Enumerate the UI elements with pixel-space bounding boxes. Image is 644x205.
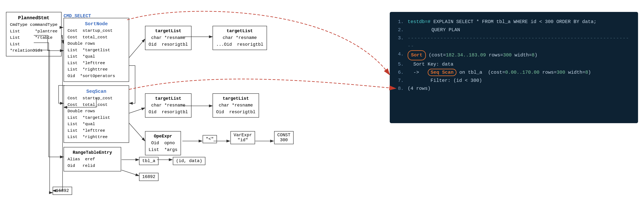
line-num-2: 2. bbox=[398, 26, 408, 34]
seqscan-f3: Double rows bbox=[68, 108, 125, 114]
sort-node-f6: List *lefttree bbox=[68, 60, 125, 66]
seqscan-f4: List *targetlist bbox=[68, 114, 125, 121]
sort-node-f4: List *targetlist bbox=[68, 47, 125, 54]
tl-seq1-f1: char *resname bbox=[148, 102, 188, 109]
const-label: CONST bbox=[277, 133, 290, 138]
sort-node-f7: List *righttree bbox=[68, 66, 125, 73]
planned-stmt-field-2: List *plantree bbox=[10, 28, 58, 35]
line-num-6: 6. bbox=[398, 68, 408, 77]
code-line-2: 2. QUERY PLAN bbox=[398, 26, 630, 34]
code-line-7: 7. Filter: (id < 300) bbox=[398, 77, 630, 85]
oid-16892-bottom-val: 16892 bbox=[56, 188, 69, 193]
tl-seq1-title: targetList bbox=[148, 95, 188, 102]
sort-node-f1: Cost startup_cost bbox=[68, 28, 125, 34]
tl-s2-f1: char *resname bbox=[216, 34, 264, 41]
line-content-4: Sort (cost=182.34..183.09 rows=300 width… bbox=[408, 50, 537, 60]
targetlist-sort-2: targetList char *resname ...Oid resorigt… bbox=[212, 26, 267, 50]
code-line-5: 5. Sort Key: data bbox=[398, 60, 630, 68]
line-num-5: 5. bbox=[398, 60, 408, 68]
tl-seq2-f1: char *resname bbox=[216, 102, 256, 109]
seqscan-f1: Cost startup_cost bbox=[68, 95, 125, 102]
tbla-box: tbl_a bbox=[139, 157, 158, 165]
line-content-1: testdb=# EXPLAIN SELECT * FROM tbl_a WHE… bbox=[408, 18, 596, 26]
seqscan-f2: Cost total_cost bbox=[68, 102, 125, 108]
tbla-label: tbl_a bbox=[142, 158, 155, 164]
rte-node: RangeTableEntry Alias eref Oid relid bbox=[64, 147, 121, 172]
targetlist-seq-1: targetList char *resname Oid resorigtbl bbox=[145, 93, 192, 118]
planned-stmt-field-1: CmdType commandType bbox=[10, 22, 58, 28]
line-content-2: QUERY PLAN bbox=[408, 26, 460, 34]
tl-seq1-f2: Oid resorigtbl bbox=[148, 109, 188, 116]
targetlist-seq-2: targetList char *resname Oid resorigtbl bbox=[212, 93, 259, 118]
seqscan-f5: List *qual bbox=[68, 121, 125, 128]
seqscan-highlight: Seq Scan bbox=[428, 69, 456, 76]
line-content-6: -> Seq Scan on tbl_a (cost=0.00..170.00 … bbox=[408, 68, 591, 77]
id-data-label: (id, data) bbox=[176, 158, 202, 164]
const-300-box: CONST 300 bbox=[274, 131, 294, 144]
code-line-8: 8. (4 rows) bbox=[398, 84, 630, 93]
ope-expr-f2: List *args bbox=[148, 146, 178, 153]
oid-16892-rte-val: 16892 bbox=[142, 174, 155, 180]
lt-symbol: "<" bbox=[206, 137, 214, 142]
sort-node-title: SortNode bbox=[68, 20, 125, 28]
tl-seq2-f2: Oid resorigtbl bbox=[216, 109, 256, 116]
tl-s2-title: targetList bbox=[216, 28, 264, 34]
ope-expr-title: OpeExpr bbox=[148, 133, 178, 140]
code-line-6: 6. -> Seq Scan on tbl_a (cost=0.00..170.… bbox=[398, 68, 630, 77]
seqscan-node: SeqScan Cost startup_cost Cost total_cos… bbox=[64, 86, 129, 143]
sort-node-f2: Cost total_cost bbox=[68, 34, 125, 41]
seqscan-f7: List *righttree bbox=[68, 134, 125, 140]
seqscan-f6: List *lefttree bbox=[68, 128, 125, 134]
line-num-8: 8. bbox=[398, 84, 408, 93]
tl-s1-title: targetList bbox=[148, 28, 188, 34]
code-line-1: 1. testdb=# EXPLAIN SELECT * FROM tbl_a … bbox=[398, 18, 630, 26]
var-expr-id: "id" bbox=[234, 138, 252, 143]
id-data-box: (id, data) bbox=[173, 157, 206, 165]
seqscan-title: SeqScan bbox=[68, 88, 125, 95]
ope-expr-f1: Oid opno bbox=[148, 140, 178, 146]
ope-expr-node: OpeExpr Oid opno List *args bbox=[145, 131, 181, 155]
line-content-3: ----------------------------------------… bbox=[408, 34, 630, 50]
diagram-area: PlannedStmt CmdType commandType List *pl… bbox=[0, 0, 378, 205]
tl-s1-f2: Oid resorigtbl bbox=[148, 41, 188, 48]
code-panel: 1. testdb=# EXPLAIN SELECT * FROM tbl_a … bbox=[390, 12, 638, 123]
sort-node-f5: List *qual bbox=[68, 54, 125, 60]
rte-title: RangeTableEntry bbox=[68, 150, 117, 156]
rte-f2: Oid relid bbox=[68, 163, 117, 169]
sort-node-f3: Double rows bbox=[68, 40, 125, 47]
code-line-4: 4. Sort (cost=182.34..183.09 rows=300 wi… bbox=[398, 50, 630, 60]
code-line-3: 3. -------------------------------------… bbox=[398, 34, 630, 50]
oid-16892-rte: 16892 bbox=[139, 173, 158, 181]
rte-f1: Alias eref bbox=[68, 156, 117, 163]
planned-stmt-title: PlannedStmt bbox=[10, 14, 58, 22]
svg-line-3 bbox=[62, 35, 64, 44]
planned-stmt-node: PlannedStmt CmdType commandType List *pl… bbox=[6, 12, 62, 56]
line-num-7: 7. bbox=[398, 77, 408, 85]
line-num-4: 4. bbox=[398, 50, 408, 60]
planned-stmt-field-4: List *relationOids bbox=[10, 41, 58, 54]
planned-stmt-field-3: List *rtable bbox=[10, 34, 58, 41]
const-val: 300 bbox=[277, 138, 290, 143]
line-num-3: 3. bbox=[398, 34, 408, 50]
svg-line-14 bbox=[122, 170, 139, 176]
svg-line-4 bbox=[129, 39, 145, 58]
lt-symbol-box: "<" bbox=[202, 135, 217, 143]
tl-s1-f1: char *resname bbox=[148, 34, 188, 41]
sort-node-f8: Oid *sortOperators bbox=[68, 73, 125, 80]
tl-s2-f2: ...Oid resorigtbl bbox=[216, 41, 264, 48]
line-num-1: 1. bbox=[398, 18, 408, 26]
sort-highlight: Sort bbox=[408, 50, 426, 60]
var-expr-box: VarExpr "id" bbox=[230, 131, 255, 144]
svg-line-8 bbox=[129, 123, 145, 141]
svg-line-6 bbox=[129, 108, 145, 113]
var-expr-label: VarExpr bbox=[234, 133, 252, 138]
sort-node: SortNode Cost startup_cost Cost total_co… bbox=[64, 18, 129, 82]
line-content-5: Sort Key: data bbox=[408, 60, 453, 68]
oid-16892-bottom: 16892 bbox=[53, 187, 72, 195]
line-content-7: Filter: (id < 300) bbox=[408, 77, 482, 85]
targetlist-sort-1: targetList char *resname Oid resorigtbl bbox=[145, 26, 192, 50]
tl-seq2-title: targetList bbox=[216, 95, 256, 102]
line-content-8: (4 rows) bbox=[408, 84, 430, 93]
